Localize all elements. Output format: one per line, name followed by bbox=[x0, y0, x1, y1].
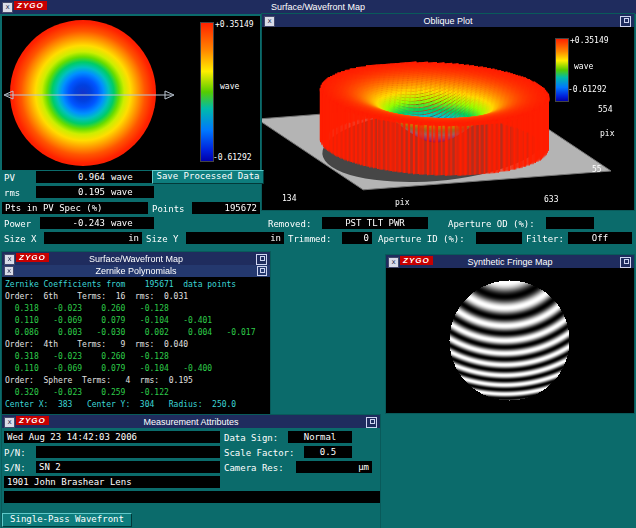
power-unit-field: wave bbox=[108, 217, 154, 229]
profile-slice-arrow[interactable] bbox=[2, 87, 178, 103]
timestamp-field: Wed Aug 23 14:42:03 2006 bbox=[4, 431, 220, 443]
points-value-field: 195672 bbox=[192, 202, 260, 214]
sn-label: S/N: bbox=[4, 462, 26, 474]
pn-label: P/N: bbox=[4, 447, 26, 459]
pv-label: PV bbox=[4, 172, 15, 184]
camera-res-label: Camera Res: bbox=[224, 462, 284, 474]
oblique-colorbar bbox=[555, 38, 569, 102]
zernike-panel-titlebar[interactable]: x Zernike Polynomials bbox=[2, 265, 270, 277]
oblique-title: Oblique Plot bbox=[262, 16, 634, 26]
map-colorbar-unit: wave bbox=[220, 82, 239, 91]
part-name-field[interactable]: 1901 John Brashear Lens bbox=[4, 476, 220, 488]
zernike-resize-corner-icon[interactable] bbox=[256, 254, 267, 265]
zernike-line: 0.320 -0.023 0.259 -0.122 bbox=[2, 387, 270, 399]
oblique-xaxis-max: 633 bbox=[544, 195, 558, 204]
wavefront-map-panel: +0.35149 wave -0.61292 bbox=[2, 16, 260, 170]
oblique-xaxis-label: pix bbox=[395, 198, 409, 207]
filter-label: Filter: bbox=[526, 233, 564, 245]
pv-value-field: 0.964 bbox=[36, 171, 108, 183]
attributes-title: Measurement Attributes bbox=[2, 417, 380, 427]
oblique-yaxis-label: pix bbox=[600, 129, 614, 138]
fringe-window: x ZYGO Synthetic Fringe Map bbox=[386, 255, 634, 413]
scale-factor-field[interactable]: 0.5 bbox=[304, 446, 352, 458]
aperture-od-label: Aperture OD (%): bbox=[448, 218, 535, 230]
rms-value-field: 0.195 bbox=[36, 186, 108, 198]
power-value-field: -0.243 bbox=[40, 217, 108, 229]
zernike-panel-title: Zernike Polynomials bbox=[2, 266, 270, 276]
oblique-titlebar[interactable]: x Oblique Plot bbox=[262, 14, 634, 27]
single-pass-wavefront-button[interactable]: Single-Pass Wavefront bbox=[2, 513, 132, 527]
oblique-colorbar-unit: wave bbox=[574, 62, 593, 71]
zernike-line: Order: 4th Terms: 9 rms: 0.040 bbox=[2, 339, 270, 351]
zernike-window-titlebar[interactable]: x ZYGO Surface/Wavefront Map bbox=[2, 252, 270, 265]
zernike-line: Zernike Coefficients from 195671 data po… bbox=[2, 279, 270, 291]
main-titlebar[interactable]: x ZYGO Surface/Wavefront Map bbox=[0, 0, 636, 14]
zernike-line: 0.110 -0.069 0.079 -0.104 -0.400 bbox=[2, 363, 270, 375]
oblique-yaxis-min: 55 bbox=[592, 165, 602, 174]
oblique-colorbar-min: -0.61292 bbox=[568, 85, 607, 94]
power-label: Power bbox=[4, 218, 31, 230]
data-sign-label: Data Sign: bbox=[224, 432, 278, 444]
fringe-pattern bbox=[386, 268, 634, 413]
oblique-3d-surface bbox=[262, 27, 634, 210]
oblique-xaxis-min: 134 bbox=[282, 194, 296, 203]
metropro-app: x ZYGO Surface/Wavefront Map +0.35149 wa… bbox=[0, 0, 636, 528]
zernike-window-title: Surface/Wavefront Map bbox=[2, 254, 270, 264]
filter-value-field[interactable]: Off bbox=[568, 232, 632, 244]
size-y-label: Size Y bbox=[146, 233, 179, 245]
data-file-field[interactable]: Data File: C:\users\zygo\BrashearLens\No… bbox=[4, 491, 380, 503]
fringe-resize-corner-icon[interactable] bbox=[620, 257, 631, 268]
aperture-id-label: Aperture ID (%): bbox=[378, 233, 465, 245]
oblique-yaxis-max: 554 bbox=[598, 105, 612, 114]
attributes-window: x ZYGO Measurement Attributes Wed Aug 23… bbox=[2, 415, 380, 528]
camera-res-field[interactable]: µm bbox=[296, 461, 372, 473]
oblique-plot-window: x Oblique Plot +0.35149 wave -0.61292 55… bbox=[262, 14, 634, 210]
fringe-title: Synthetic Fringe Map bbox=[386, 257, 634, 267]
trimmed-value-field: 0 bbox=[342, 232, 372, 244]
removed-label: Removed: bbox=[268, 218, 311, 230]
map-colorbar-max: +0.35149 bbox=[215, 20, 254, 29]
fringe-titlebar[interactable]: x ZYGO Synthetic Fringe Map bbox=[386, 255, 634, 268]
zernike-data-area: Zernike Coefficients from 195671 data po… bbox=[2, 277, 270, 415]
rms-label: rms bbox=[4, 187, 20, 199]
size-y-field[interactable]: in bbox=[186, 232, 284, 244]
aperture-od-field[interactable] bbox=[546, 217, 594, 229]
zernike-line: 0.318 -0.023 0.260 -0.128 bbox=[2, 351, 270, 363]
map-colorbar bbox=[200, 22, 214, 162]
map-colorbar-min: -0.61292 bbox=[213, 153, 252, 162]
data-sign-field[interactable]: Normal bbox=[288, 431, 352, 443]
rms-unit-field: wave bbox=[108, 186, 154, 198]
zernike-window: x ZYGO Surface/Wavefront Map x Zernike P… bbox=[2, 252, 270, 413]
pn-field[interactable] bbox=[36, 446, 220, 458]
scale-factor-label: Scale Factor: bbox=[224, 447, 294, 459]
zernike-panel-corner-icon[interactable] bbox=[257, 266, 267, 276]
zernike-line: 0.110 -0.069 0.079 -0.104 -0.401 bbox=[2, 315, 270, 327]
zernike-line: 0.318 -0.023 0.260 -0.128 bbox=[2, 303, 270, 315]
oblique-resize-corner-icon[interactable] bbox=[620, 16, 631, 27]
attributes-titlebar[interactable]: x ZYGO Measurement Attributes bbox=[2, 415, 380, 428]
save-processed-data-button[interactable]: Save Processed Data bbox=[152, 170, 264, 184]
pv-unit-field: wave bbox=[108, 171, 154, 183]
attributes-resize-corner-icon[interactable] bbox=[366, 417, 377, 428]
points-label: Points bbox=[152, 203, 185, 215]
zernike-line: Order: Sphere Terms: 4 rms: 0.195 bbox=[2, 375, 270, 387]
removed-value-field[interactable]: PST TLT PWR bbox=[322, 217, 428, 229]
trimmed-label: Trimmed: bbox=[288, 233, 331, 245]
aperture-id-field[interactable] bbox=[476, 232, 522, 244]
oblique-plot-area: +0.35149 wave -0.61292 554 pix 55 134 pi… bbox=[262, 27, 634, 210]
main-window-title: Surface/Wavefront Map bbox=[0, 2, 636, 12]
size-x-label: Size X bbox=[4, 233, 37, 245]
fringe-display-area bbox=[386, 268, 634, 413]
zernike-line: 0.086 0.003 -0.030 0.002 0.004 -0.017 bbox=[2, 327, 270, 339]
pts-in-pv-spec-field[interactable]: Pts in PV Spec (%) bbox=[2, 202, 148, 214]
size-x-field[interactable]: in bbox=[44, 232, 142, 244]
zernike-line: Center X: 383 Center Y: 304 Radius: 250.… bbox=[2, 399, 270, 411]
sn-field[interactable]: SN 2 bbox=[36, 461, 220, 473]
zernike-line: Order: 6th Terms: 16 rms: 0.031 bbox=[2, 291, 270, 303]
oblique-colorbar-max: +0.35149 bbox=[570, 36, 609, 45]
